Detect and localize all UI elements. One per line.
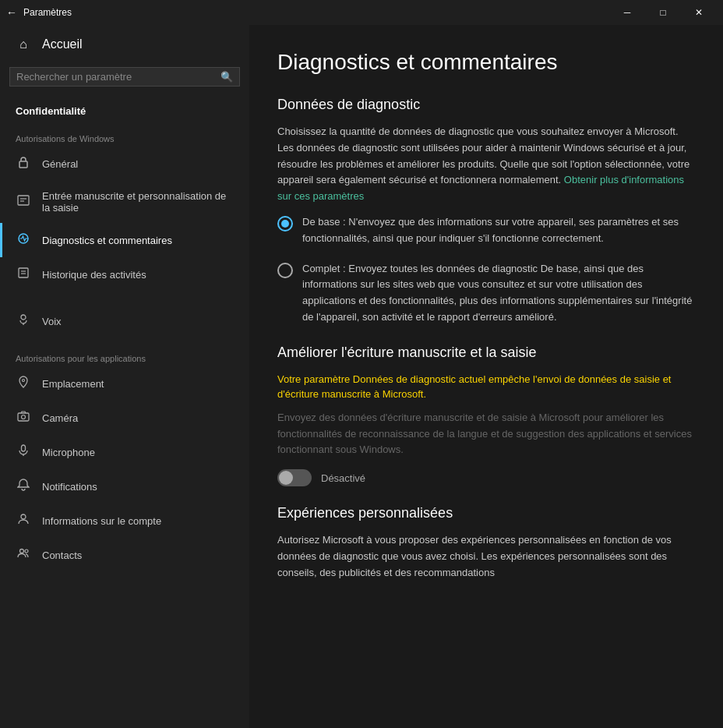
section-title-autorisations-windows: Autorisations de Windows [0,128,249,147]
title-bar: ← Paramètres ─ □ ✕ [0,0,723,25]
svg-rect-5 [19,268,28,277]
sidebar-item-notifications[interactable]: Notifications [0,469,249,504]
maximize-button[interactable]: □ [645,0,681,25]
diagnostic-data-title: Données de diagnostic [277,97,695,113]
radio-basic-option[interactable]: De base : N'envoyez que des informations… [277,214,695,247]
main-content: Diagnostics et commentaires Données de d… [249,25,723,728]
home-icon: ⌂ [16,37,31,51]
radio-full-text: Complet : Envoyez toutes les données de … [302,261,695,326]
personalized-description: Autorisez Microsoft à vous proposer des … [277,532,695,581]
voice-icon [16,313,31,329]
svg-rect-0 [19,161,27,168]
camera-label: Caméra [42,412,78,424]
location-icon [16,376,31,391]
notifications-icon [16,479,31,494]
sidebar-item-voice[interactable]: Voix [0,304,249,338]
microphone-label: Microphone [42,447,95,458]
title-bar-left: ← Paramètres [6,6,609,19]
diagnostic-data-description: Choisissez la quantité de données de dia… [277,124,695,205]
notifications-label: Notifications [42,481,97,493]
search-icon: 🔍 [220,71,233,83]
close-button[interactable]: ✕ [681,0,717,25]
sidebar-item-activity[interactable]: Historique des activités [0,257,249,292]
svg-rect-1 [18,196,29,205]
diagnostics-label: Diagnostics et commentaires [42,235,172,246]
radio-full-option[interactable]: Complet : Envoyez toutes les données de … [277,261,695,326]
sidebar-item-general[interactable]: Général [0,147,249,181]
toggle-knob [279,471,293,485]
radio-basic-text: De base : N'envoyez que des informations… [302,214,695,247]
section-title-app-permissions: Autorisations pour les applications [0,348,249,366]
svg-point-12 [22,415,26,419]
handwriting-toggle-row: Désactivé [277,469,695,486]
handwriting-title: Améliorer l'écriture manuscrite et la sa… [277,345,695,361]
svg-point-10 [23,380,25,382]
radio-basic-circle[interactable] [277,216,293,231]
sidebar-item-microphone[interactable]: Microphone [0,435,249,469]
account-label: Informations sur le compte [42,515,161,527]
contacts-icon [16,547,31,563]
sidebar-item-diagnostics[interactable]: Diagnostics et commentaires [0,223,249,257]
activity-label: Historique des activités [42,269,146,281]
handwriting-warning: Votre paramètre Données de diagnostic ac… [277,372,695,402]
voice-label: Voix [42,316,62,327]
svg-rect-13 [22,445,26,451]
handwriting-description: Envoyez des données d'écriture manuscrit… [277,410,695,458]
general-label: Général [42,158,78,170]
sidebar-item-contacts[interactable]: Contacts [0,538,249,572]
page-title: Diagnostics et commentaires [277,50,695,75]
radio-full-circle[interactable] [277,263,293,278]
sidebar-item-camera[interactable]: Caméra [0,401,249,435]
account-icon [16,513,31,528]
svg-point-8 [21,315,26,320]
microphone-icon [16,444,31,460]
location-label: Emplacement [42,378,104,390]
handwriting-toggle[interactable] [277,469,312,486]
camera-icon [16,410,31,426]
svg-point-15 [21,514,26,519]
personalized-title: Expériences personnalisées [277,505,695,521]
handwriting-toggle-label: Désactivé [321,472,365,484]
search-input[interactable] [16,71,216,83]
search-box[interactable]: 🔍 [9,67,240,87]
section-label-confidentialite: Confidentialité [0,99,249,128]
sidebar-home-button[interactable]: ⌂ Accueil [0,25,249,64]
activity-icon [16,267,31,282]
sidebar-item-location[interactable]: Emplacement [0,366,249,401]
back-button[interactable]: ← [6,6,17,19]
diagnostics-icon [16,232,31,248]
svg-point-17 [25,550,28,553]
svg-point-16 [20,550,24,553]
minimize-button[interactable]: ─ [609,0,645,25]
home-label: Accueil [42,37,83,51]
sidebar-item-account[interactable]: Informations sur le compte [0,504,249,538]
handwriting-icon [16,194,31,210]
svg-rect-11 [18,413,29,421]
contacts-label: Contacts [42,550,82,561]
app-container: ⌂ Accueil 🔍 Confidentialité Autorisation… [0,25,723,728]
handwriting-label: Entrée manuscrite et personnalisation de… [42,190,234,214]
lock-icon [16,156,31,171]
window-title: Paramètres [23,7,72,18]
sidebar-item-handwriting[interactable]: Entrée manuscrite et personnalisation de… [0,181,249,223]
sidebar: ⌂ Accueil 🔍 Confidentialité Autorisation… [0,25,249,728]
window-controls: ─ □ ✕ [609,0,717,25]
